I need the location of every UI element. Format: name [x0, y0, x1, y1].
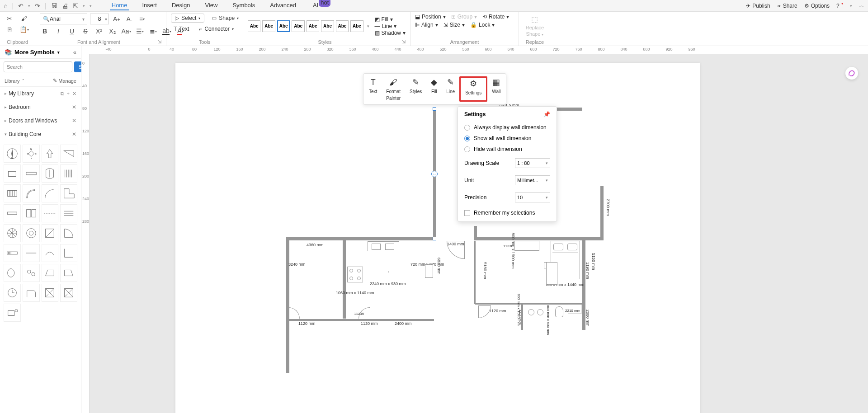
undo-icon[interactable]: ↶	[18, 2, 24, 9]
home-icon[interactable]: ⌂	[4, 2, 7, 9]
shape-grill[interactable]	[4, 244, 21, 262]
shape-quarter[interactable]	[60, 224, 77, 242]
decrease-font-icon[interactable]: A-	[124, 14, 134, 24]
collapse-ribbon-icon[interactable]: ︿	[859, 2, 864, 9]
ft-format-painter[interactable]: 🖌FormatPainter	[382, 76, 405, 102]
text-tool[interactable]: T Text	[171, 24, 192, 33]
shape-l-stair[interactable]	[60, 184, 77, 202]
style-preset-1[interactable]: Abc	[248, 20, 260, 32]
sidebar-cat-building[interactable]: ▾Building Core ✕	[0, 127, 81, 141]
collapse-sidebar-icon[interactable]: «	[73, 49, 76, 56]
add-icon[interactable]: +	[67, 91, 70, 97]
sink[interactable]	[368, 241, 399, 251]
case-icon[interactable]: Aa▾	[121, 26, 131, 36]
superscript-icon[interactable]: X²	[94, 26, 104, 36]
shape-s3[interactable]	[42, 204, 59, 222]
furniture-misc[interactable]	[546, 262, 557, 285]
font-size-select[interactable]: 8	[90, 14, 109, 24]
font-family-select[interactable]: 🔍 Arial	[40, 14, 87, 24]
shape-revolving[interactable]	[42, 164, 59, 183]
save-icon[interactable]: 🖫	[51, 2, 57, 9]
link-icon[interactable]: ⧉	[61, 91, 64, 97]
style-preset-4[interactable]: Abc	[292, 20, 304, 32]
print-icon[interactable]: 🖨	[62, 2, 68, 9]
shape-box[interactable]	[4, 164, 21, 183]
ft-fill[interactable]: ◆Fill	[426, 76, 442, 102]
shape-trap2[interactable]	[60, 264, 77, 282]
opening[interactable]	[425, 264, 433, 278]
tab-symbols[interactable]: Symbols	[231, 1, 257, 10]
sidebar-cat-bedroom[interactable]: ▸Bedroom ✕	[0, 100, 81, 114]
position-button[interactable]: ⬓ Position▾	[415, 14, 446, 20]
shape-line2[interactable]	[23, 244, 40, 262]
group-button[interactable]: ⊞ Group▾	[451, 14, 477, 20]
wall[interactable]	[286, 237, 289, 373]
remember-checkbox[interactable]: Remember my selections	[464, 206, 550, 217]
shape-trap[interactable]	[42, 264, 59, 282]
connector-tool[interactable]: ⌐ Connector ▾	[196, 24, 236, 33]
subscript-icon[interactable]: X₂	[108, 26, 118, 36]
tab-ai[interactable]: AIhot	[309, 1, 334, 10]
style-preset-5[interactable]: Abc	[307, 20, 319, 32]
style-preset-2[interactable]: Abc	[262, 20, 275, 32]
shape-last[interactable]	[4, 304, 21, 322]
radio-show-all[interactable]: Show all wall dimension	[464, 133, 550, 144]
handle-top[interactable]	[433, 107, 436, 111]
ai-assistant-icon[interactable]	[845, 67, 858, 80]
fill-button[interactable]: ◩ Fill ▾	[375, 16, 406, 23]
tab-insert[interactable]: Insert	[140, 1, 159, 10]
wall[interactable]	[600, 186, 604, 240]
close-icon[interactable]: ✕	[72, 117, 76, 124]
toilet[interactable]	[555, 306, 563, 317]
wall[interactable]	[474, 237, 585, 240]
shape-bar[interactable]	[23, 164, 40, 183]
wall[interactable]	[475, 303, 582, 305]
options-button[interactable]: ⚙ Options	[804, 3, 830, 9]
pin-icon[interactable]: 📌	[543, 111, 550, 117]
cut-icon[interactable]: ✂	[5, 14, 14, 23]
format-painter-icon[interactable]: 🖌	[19, 14, 29, 23]
radio-hide[interactable]: Hide wall dimension	[464, 144, 550, 155]
shape-curve-stair[interactable]	[23, 184, 40, 202]
ft-wall[interactable]: ▦Wall	[487, 76, 505, 102]
rotate-button[interactable]: ⟲ Rotate▾	[482, 14, 509, 20]
canvas[interactable]: TText 🖌FormatPainter ✎Styles ◆Fill ✎Line…	[90, 54, 868, 413]
paste-icon[interactable]: 📋▾	[19, 24, 29, 34]
radio-always[interactable]: Always display wall dimension	[464, 122, 550, 133]
tab-advanced[interactable]: Advanced	[268, 1, 298, 10]
export-icon[interactable]: ⇱	[73, 2, 78, 9]
handle-mid[interactable]	[431, 171, 438, 177]
style-preset-8[interactable]: Abc	[350, 20, 363, 32]
publish-button[interactable]: ✈ Publish	[746, 3, 770, 9]
shape-dots[interactable]	[23, 264, 40, 282]
styles-launcher-icon[interactable]: ⇲	[402, 39, 406, 44]
lock-button[interactable]: 🔒 Lock▾	[470, 22, 495, 28]
size-button[interactable]: ⇲ Size▾	[443, 22, 465, 28]
shape-stairs1[interactable]	[60, 164, 77, 183]
shape-stairs2[interactable]	[4, 184, 21, 202]
wall[interactable]	[286, 237, 435, 240]
redo-icon[interactable]: ↷	[35, 2, 40, 9]
align-button[interactable]: ⊫ Align▾	[415, 22, 438, 28]
shape-oval[interactable]	[4, 264, 21, 282]
style-preset-6[interactable]: Abc	[321, 20, 334, 32]
fixture[interactable]	[528, 309, 534, 315]
shape-compass[interactable]: N	[4, 145, 21, 163]
shape-x1[interactable]	[42, 284, 59, 302]
shape-fan2[interactable]	[23, 224, 40, 242]
manage-button[interactable]: ✎ Manage	[53, 78, 76, 84]
bullet-icon[interactable]: ≣▾	[148, 26, 158, 36]
tab-view[interactable]: View	[203, 1, 219, 10]
tab-home[interactable]: Home	[110, 1, 129, 10]
align-icon[interactable]: ≡▾	[137, 14, 147, 24]
door-arc[interactable]	[288, 307, 300, 319]
italic-icon[interactable]: I	[53, 26, 63, 36]
font-launcher-icon[interactable]: ⇲	[158, 39, 161, 44]
close-icon[interactable]: ✕	[72, 131, 76, 137]
sidebar-cat-mylibrary[interactable]: ▸My Library ⧉+✕	[0, 87, 81, 100]
shape-wedge[interactable]	[23, 284, 40, 302]
shape-arc2[interactable]	[42, 244, 59, 262]
strike-icon[interactable]: S	[80, 26, 90, 36]
shape-s1[interactable]	[4, 204, 21, 222]
precision-select[interactable]: 10	[515, 192, 550, 202]
